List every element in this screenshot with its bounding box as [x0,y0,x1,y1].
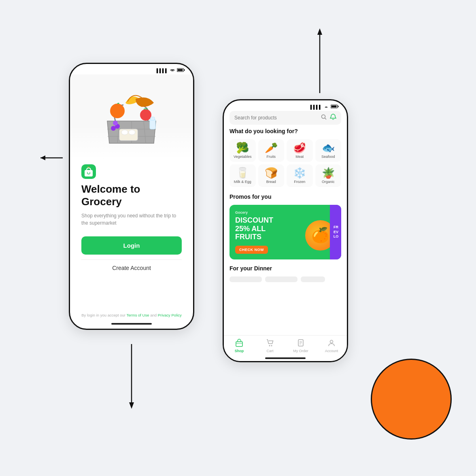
dinner-loading-skeletons [230,276,341,282]
create-account-button[interactable]: Create Account [81,259,182,276]
vegetables-emoji: 🥦 [236,142,249,153]
account-icon [327,339,336,348]
nav-my-order[interactable]: My Order [285,339,316,353]
search-action-icons [321,114,336,122]
nav-shop[interactable]: Shop [224,339,255,353]
home-indicator-login [111,323,152,325]
vegetables-label: Vegetables [234,155,252,159]
hero-image [70,74,193,159]
seafood-label: Seafood [321,155,335,159]
nav-account-label: Account [325,349,338,353]
dinner-section: For your Dinner [230,265,341,282]
home-indicator-shop [224,355,347,361]
category-meat[interactable]: 🥩 Meat [287,139,313,162]
promos-section-title: Promos for you [230,193,341,200]
meat-emoji: 🥩 [293,142,306,153]
notification-icon[interactable] [330,114,336,122]
grocery-logo [81,164,182,179]
category-seafood[interactable]: 🐟 Seafood [315,139,342,162]
promo-secondary-card: FREVLO [330,205,341,259]
fruits-label: Fruits [267,155,276,159]
categories-section-title: What do you looking for? [230,128,341,134]
seafood-emoji: 🐟 [322,142,335,153]
svg-point-30 [322,115,325,119]
svg-rect-20 [151,117,155,120]
svg-marker-3 [317,28,322,35]
login-footer: By login in you accept our Terms of Use … [70,313,193,317]
signal-icon-shop: ▌▌▌▌ [310,105,322,109]
frozen-label: Frozen [294,180,305,184]
fruits-emoji: 🥕 [265,142,278,153]
nav-account[interactable]: Account [316,339,347,353]
promo-tag: Gocery [235,210,273,215]
promo-check-now-button[interactable]: CHECK NOW [235,246,268,254]
nav-cart[interactable]: Cart [255,339,285,353]
svg-point-16 [121,130,128,135]
svg-point-18 [140,109,151,121]
privacy-link[interactable]: Privacy Policy [158,313,182,317]
bread-emoji: 🍞 [265,168,278,178]
svg-point-35 [269,345,270,346]
svg-point-14 [110,104,125,118]
cart-icon [266,339,274,348]
battery-icon [177,68,185,73]
nav-shop-label: Shop [235,349,244,353]
battery-icon-shop [331,104,339,109]
meat-label: Meat [295,155,304,159]
skeleton-1 [230,276,262,282]
decorative-circle [371,359,452,440]
shop-screen: ▌▌▌▌ [224,100,347,361]
svg-point-36 [271,345,272,346]
organic-label: Organic [322,180,335,184]
status-icons-login: ▌▌▌▌ [157,68,185,73]
category-bread[interactable]: 🍞 Bread [258,164,285,187]
svg-point-17 [129,130,135,135]
shop-icon [235,339,243,348]
logo-icon [81,164,96,179]
search-input[interactable] [234,115,318,121]
milk-egg-emoji: 🥛 [236,168,249,178]
dinner-section-title: For your Dinner [230,265,341,272]
bread-label: Bread [266,180,276,184]
shop-scroll[interactable]: What do you looking for? 🥦 Vegetables 🥕 … [224,128,347,335]
signal-icon: ▌▌▌▌ [157,68,168,73]
svg-point-26 [89,172,90,173]
nav-my-order-label: My Order [293,349,308,353]
frozen-emoji: ❄️ [293,168,306,178]
welcome-title: Welcome to Grocery [81,183,182,208]
category-milk-egg[interactable]: 🥛 Milk & Egg [230,164,256,187]
svg-point-41 [330,340,333,343]
svg-rect-28 [338,106,339,107]
wifi-icon [170,68,175,73]
my-order-icon [297,339,305,348]
svg-point-23 [113,121,118,125]
terms-link[interactable]: Terms of Use [127,313,149,317]
login-button[interactable]: Login [81,236,182,255]
category-frozen[interactable]: ❄️ Frozen [287,164,313,187]
svg-rect-24 [85,170,93,176]
status-bar-shop: ▌▌▌▌ [224,100,347,111]
promo-card[interactable]: Gocery DISCOUNT25% ALLFRUITS CHECK NOW 🍊… [230,205,341,259]
svg-point-25 [87,172,88,173]
search-icon[interactable] [321,114,327,121]
nav-cart-label: Cart [266,349,273,353]
wifi-icon-shop [323,104,329,109]
category-vegetables[interactable]: 🥦 Vegetables [230,139,256,162]
search-bar[interactable] [230,111,341,125]
phone-login: ▌▌▌▌ [69,63,194,330]
svg-rect-29 [332,106,337,108]
svg-line-31 [325,118,327,120]
home-bar [265,357,306,359]
phone-shop: ▌▌▌▌ [223,99,348,362]
organic-emoji: 🪴 [322,168,335,178]
svg-rect-33 [236,342,242,346]
milk-egg-label: Milk & Egg [234,180,251,184]
svg-rect-7 [184,69,185,71]
promos-section: Promos for you Gocery DISCOUNT25% ALLFRU… [230,193,341,259]
category-fruits[interactable]: 🥕 Fruits [258,139,285,162]
bottom-nav: Shop Cart [224,335,347,355]
category-organic[interactable]: 🪴 Organic [315,164,342,187]
promo-card-content: Gocery DISCOUNT25% ALLFRUITS CHECK NOW [235,210,273,254]
skeleton-2 [265,276,298,282]
status-icons-shop: ▌▌▌▌ [310,104,339,109]
